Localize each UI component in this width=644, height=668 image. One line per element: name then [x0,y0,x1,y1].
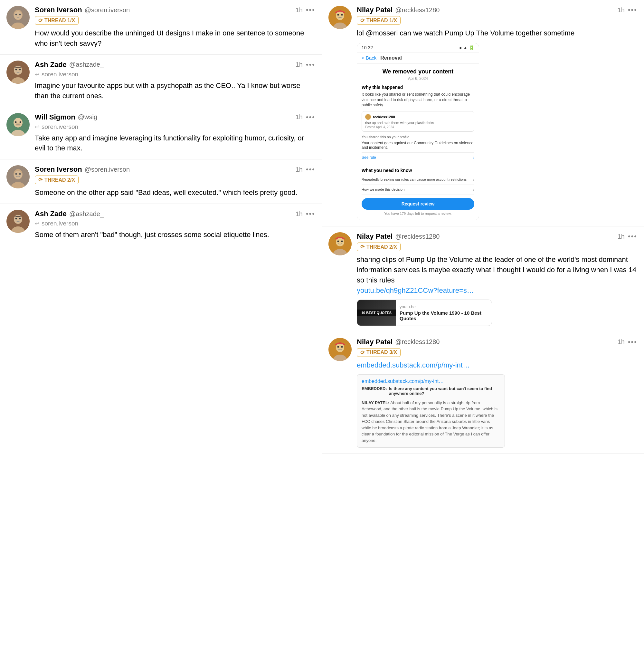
phone-quote-text: rise up and stab them with your plastic … [365,121,471,125]
youtube-card[interactable]: 10 BEST QUOTES youtu.be Pump Up the Volu… [357,300,492,326]
post-2-body: Ash Zade @ashzade_ 1h ••• ↩ soren.iverso… [35,61,315,101]
post-2: Ash Zade @ashzade_ 1h ••• ↩ soren.iverso… [0,55,322,107]
svg-point-32 [341,14,343,16]
avatar-nilay-1 [328,6,352,29]
post-5-handle: @ashzade_ [69,210,104,218]
rpost-2-author: Nilay Patel [357,232,393,241]
post-4-author: Soren Iverson [35,165,82,173]
avatar-soren-2 [6,165,30,188]
rpost-3-text: embedded.substack.com/p/my-int… [357,360,637,370]
embed-card-link[interactable]: embedded.substack.com/p/my-int… [362,378,444,384]
phone-violation-text: Your content goes against our Community … [362,141,474,150]
rpost-1-dots[interactable]: ••• [628,6,637,14]
phone-see-rule[interactable]: See rule › [362,152,474,162]
post-5-dots[interactable]: ••• [306,210,315,218]
svg-point-42 [341,346,343,348]
post-5-reply-handle: soren.iverson [42,220,78,227]
rpost-2-dots[interactable]: ••• [628,232,637,241]
embed-question: Is there any content you want but can't … [389,386,500,396]
avatar-ash-2 [6,210,30,233]
post-1-author: Soren Iverson [35,6,82,14]
phone-signal: ● ▲ 🔋 [459,45,474,50]
phone-request-review-btn[interactable]: Request review [362,198,474,210]
svg-point-16 [15,123,20,126]
rpost-3-body: Nilay Patel @reckless1280 1h ••• ⟳ THREA… [357,338,637,448]
chevron-icon-1: › [473,178,474,182]
rpost-3-substack-link[interactable]: embedded.substack.com/p/my-int… [357,361,470,369]
phone-what-item-2[interactable]: How we made this decision › [362,185,474,195]
yt-thumbnail: 10 BEST QUOTES [357,300,396,325]
svg-point-20 [14,171,22,179]
svg-point-22 [19,173,21,175]
post-4-dots[interactable]: ••• [306,165,315,173]
rpost-1: Nilay Patel @reckless1280 1h ••• ⟳ THREA… [322,0,644,226]
svg-point-15 [20,121,21,123]
phone-quote-box: reckless1280 rise up and stab them with … [362,111,474,132]
svg-point-31 [337,14,339,16]
post-2-dots[interactable]: ••• [306,61,315,69]
post-1-header: Soren Iverson @soren.iverson 1h ••• [35,6,315,14]
embed-label: EMBEDDED: [362,386,387,395]
svg-point-4 [15,14,17,15]
embed-substack-card[interactable]: embedded.substack.com/p/my-int… EMBEDDED… [357,374,505,448]
post-5-meta: 1h ••• [296,210,315,218]
rpost-3-dots[interactable]: ••• [628,338,637,346]
rpost-1-time: 1h [618,6,625,14]
post-1-text: How would you describe the unhinged UI d… [35,28,315,49]
svg-point-36 [337,241,339,242]
svg-point-27 [19,218,21,220]
post-2-author: Ash Zade [35,61,67,69]
thread-icon-r1: ⟳ [360,17,365,24]
svg-point-3 [14,11,22,20]
rpost-2-text: sharing clips of Pump Up the Volume at t… [357,255,637,296]
phone-what-title: What you need to know [362,168,474,173]
rpost-3-author: Nilay Patel [357,338,393,346]
rpost-2-author-line: Nilay Patel @reckless1280 [357,232,440,241]
post-1-dots[interactable]: ••• [306,6,315,14]
post-3-dots[interactable]: ••• [306,113,315,121]
phone-what-section: What you need to know Repeatedly breakin… [362,165,474,195]
post-4-handle: @soren.iverson [85,166,130,173]
rpost-2-header: Nilay Patel @reckless1280 1h ••• [357,232,637,241]
post-4-body: Soren Iverson @soren.iverson 1h ••• ⟳ TH… [35,165,315,198]
svg-point-14 [15,121,17,123]
phone-date: Apr 6, 2024 [362,76,474,81]
svg-point-21 [15,173,17,175]
post-4-author-line: Soren Iverson @soren.iverson [35,165,130,173]
thread-icon-1: ⟳ [38,17,43,24]
yt-source: youtu.be [400,304,488,309]
post-4: Soren Iverson @soren.iverson 1h ••• ⟳ TH… [0,160,322,204]
post-2-meta: 1h ••• [296,61,315,69]
post-3-reply: ↩ soren.iverson [35,123,315,131]
avatar-ash-1 [6,61,30,84]
phone-quote-user: reckless1280 [365,114,471,120]
phone-nav-title: Removal [380,55,402,61]
post-1-handle: @soren.iverson [85,6,130,14]
phone-days-left: You have 179 days left to request a revi… [362,212,474,215]
svg-point-9 [15,69,17,70]
post-5-reply: ↩ soren.iverson [35,220,315,227]
post-1-author-line: Soren Iverson @soren.iverson [35,6,130,14]
post-4-time: 1h [296,166,303,173]
post-5-text: Some of them aren't "bad" though, just c… [35,230,315,240]
rpost-3-thread-badge: ⟳ THREAD 3/X [357,348,401,357]
thread-icon-r2: ⟳ [360,244,365,250]
post-2-text: Imagine your favourite apps but with a p… [35,80,315,101]
phone-content: We removed your content Apr 6, 2024 Why … [357,64,479,220]
post-1: Soren Iverson @soren.iverson 1h ••• ⟳ TH… [0,0,322,55]
rpost-2-link[interactable]: youtu.be/qh9ghZ21CCw?feature=s… [357,286,474,294]
yt-info: youtu.be Pump Up the Volume 1990 - 10 Be… [396,300,492,325]
phone-what-item-1[interactable]: Repeatedly breaking our rules can cause … [362,175,474,185]
rpost-1-author-line: Nilay Patel @reckless1280 [357,6,440,14]
rpost-2-time: 1h [618,233,625,240]
post-3-body: Will Sigmon @wsig 1h ••• ↩ soren.iverson… [35,113,315,154]
avatar-soren-1 [6,6,30,29]
post-5-author: Ash Zade [35,210,67,218]
rpost-1-thread-badge: ⟳ THREAD 1/X [357,16,401,25]
post-5-author-line: Ash Zade @ashzade_ [35,210,104,218]
phone-back-btn[interactable]: < Back [362,55,377,61]
embed-card-header: embedded.substack.com/p/my-int… [362,378,500,384]
rpost-2: Nilay Patel @reckless1280 1h ••• ⟳ THREA… [322,226,644,332]
rpost-1-handle: @reckless1280 [395,6,440,14]
avatar-nilay-2 [328,232,352,255]
